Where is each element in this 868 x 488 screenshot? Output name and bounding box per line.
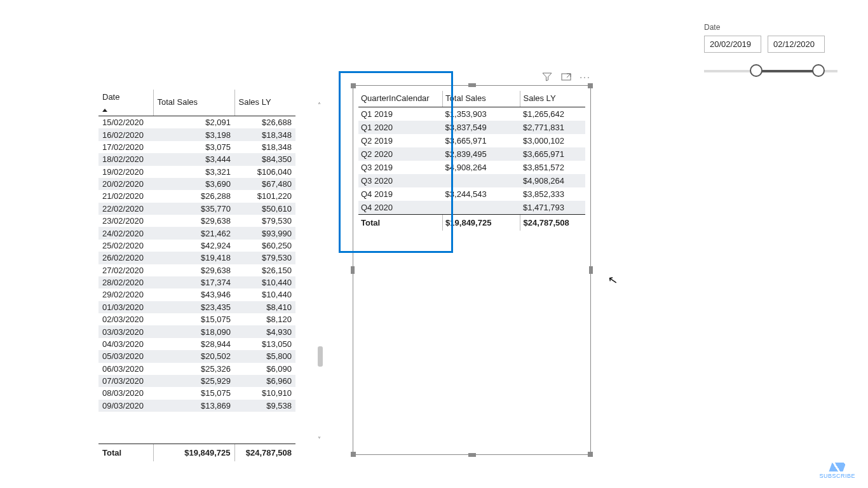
cell-date: 29/02/2020: [98, 288, 153, 301]
subscribe-badge[interactable]: SUBSCRIBE: [819, 463, 855, 479]
filter-icon[interactable]: [542, 72, 552, 82]
cell-sales-ly: $10,440: [234, 288, 295, 301]
resize-handle[interactable]: [588, 452, 593, 457]
table-row[interactable]: 29/02/2020$43,946$10,440: [98, 288, 295, 301]
table-row[interactable]: 01/03/2020$23,435$8,410: [98, 301, 295, 313]
table-row[interactable]: 18/02/2020$3,444$84,350: [98, 153, 295, 165]
cell-sales-ly: $10,440: [234, 276, 295, 288]
table-row[interactable]: Q2 2020$2,839,495$3,665,971: [358, 147, 585, 161]
slider-thumb-from[interactable]: [750, 64, 763, 77]
table-row[interactable]: 17/02/2020$3,075$18,348: [98, 141, 295, 153]
table-row[interactable]: 08/03/2020$15,075$10,910: [98, 387, 295, 399]
table-row[interactable]: 09/03/2020$13,869$9,538: [98, 400, 295, 412]
sort-ascending-icon: [102, 109, 107, 112]
table-row[interactable]: 04/03/2020$28,944$13,050: [98, 338, 295, 350]
cell-sales-ly: $60,250: [234, 240, 295, 252]
col-header-sales-ly[interactable]: Sales LY: [234, 90, 295, 116]
resize-handle[interactable]: [351, 452, 356, 457]
left-table-scrollbar[interactable]: [318, 108, 323, 438]
cell-total-sales: $3,244,543: [443, 187, 520, 201]
table-row[interactable]: 20/02/2020$3,690$67,480: [98, 178, 295, 190]
cell-date: 27/02/2020: [98, 264, 153, 276]
cell-total-sales: $1,353,903: [443, 107, 520, 121]
cell-total-sales: $20,502: [153, 350, 234, 362]
resize-handle[interactable]: [468, 83, 476, 87]
table-row[interactable]: 24/02/2020$21,462$93,990: [98, 227, 295, 239]
daily-sales-table-visual[interactable]: Date Total Sales Sales LY 15/02/2020$2,0…: [98, 89, 295, 461]
resize-handle[interactable]: [351, 266, 355, 274]
slider-thumb-to[interactable]: [812, 64, 825, 77]
cell-total-sales: $26,288: [153, 190, 234, 202]
table-row[interactable]: 22/02/2020$35,770$50,610: [98, 203, 295, 215]
scroll-down-icon[interactable]: ˅: [318, 436, 325, 443]
cell-total-sales: $3,665,971: [443, 134, 520, 147]
cell-sales-ly: $4,930: [234, 325, 295, 337]
focus-mode-icon[interactable]: [561, 72, 571, 82]
slicer-date-to[interactable]: 02/12/2020: [768, 36, 825, 53]
scrollbar-thumb[interactable]: [318, 346, 323, 367]
more-options-icon[interactable]: ···: [580, 72, 590, 82]
table-row[interactable]: 26/02/2020$19,418$79,530: [98, 252, 295, 264]
table-row[interactable]: 27/02/2020$29,638$26,150: [98, 264, 295, 276]
cell-date: 16/02/2020: [98, 128, 153, 140]
cell-total-sales: $18,090: [153, 325, 234, 337]
table-row[interactable]: Q1 2019$1,353,903$1,265,642: [358, 107, 585, 121]
cell-sales-ly: $8,410: [234, 301, 295, 313]
col-header-total-sales[interactable]: Total Sales: [443, 91, 520, 107]
table-row[interactable]: Q3 2019$4,908,264$3,851,572: [358, 161, 585, 174]
table-row[interactable]: Q1 2020$3,837,549$2,771,831: [358, 121, 585, 134]
table-row[interactable]: 06/03/2020$25,326$6,090: [98, 363, 295, 375]
cell-total-sales: $2,091: [153, 116, 234, 128]
right-total-label: Total: [358, 215, 443, 231]
cell-date: 08/03/2020: [98, 387, 153, 399]
slicer-range-slider[interactable]: [704, 64, 837, 79]
cell-date: 21/02/2020: [98, 190, 153, 202]
cell-date: 26/02/2020: [98, 252, 153, 264]
table-row[interactable]: 03/03/2020$18,090$4,930: [98, 325, 295, 337]
col-header-date[interactable]: Date: [98, 90, 153, 116]
slider-range: [756, 70, 818, 72]
slicer-date-from[interactable]: 20/02/2019: [704, 36, 761, 53]
resize-handle[interactable]: [589, 266, 593, 274]
cell-date: 05/03/2020: [98, 350, 153, 362]
right-total-ly: $24,787,508: [520, 215, 585, 231]
cell-sales-ly: $50,610: [234, 203, 295, 215]
cell-sales-ly: $3,665,971: [520, 147, 585, 161]
cell-date: 18/02/2020: [98, 153, 153, 165]
table-row[interactable]: Q4 2019$3,244,543$3,852,333: [358, 187, 585, 201]
table-row[interactable]: 25/02/2020$42,924$60,250: [98, 240, 295, 252]
cell-date: 23/02/2020: [98, 215, 153, 227]
table-row[interactable]: 19/02/2020$3,321$106,040: [98, 166, 295, 178]
cell-total-sales: [443, 201, 520, 215]
cell-sales-ly: $10,910: [234, 387, 295, 399]
col-header-quarter[interactable]: QuarterInCalendar: [358, 91, 443, 107]
table-row[interactable]: Q4 2020$1,471,793: [358, 201, 585, 215]
quarter-sales-table-visual[interactable]: ··· QuarterInCalendar Total Sales Sales …: [353, 85, 591, 455]
table-row[interactable]: 21/02/2020$26,288$101,220: [98, 190, 295, 202]
cell-total-sales: $21,462: [153, 227, 234, 239]
cell-total-sales: $3,837,549: [443, 121, 520, 134]
cell-sales-ly: $9,538: [234, 400, 295, 412]
table-row[interactable]: 15/02/2020$2,091$26,688: [98, 116, 295, 128]
table-row[interactable]: 28/02/2020$17,374$10,440: [98, 276, 295, 288]
col-header-total-sales[interactable]: Total Sales: [153, 90, 234, 116]
date-slicer[interactable]: Date 20/02/2019 02/12/2020: [704, 23, 837, 79]
cell-total-sales: $17,374: [153, 276, 234, 288]
cell-total-sales: $15,075: [153, 387, 234, 399]
table-row[interactable]: 07/03/2020$25,929$6,960: [98, 375, 295, 387]
scroll-up-icon[interactable]: ˄: [318, 102, 325, 109]
table-row[interactable]: 02/03/2020$15,075$8,120: [98, 313, 295, 325]
cell-sales-ly: $8,120: [234, 313, 295, 325]
resize-handle[interactable]: [588, 83, 593, 88]
table-row[interactable]: Q2 2019$3,665,971$3,000,102: [358, 134, 585, 147]
resize-handle[interactable]: [468, 453, 476, 457]
resize-handle[interactable]: [351, 83, 356, 88]
col-header-sales-ly[interactable]: Sales LY: [520, 91, 585, 107]
cell-date: 19/02/2020: [98, 166, 153, 178]
table-row[interactable]: 05/03/2020$20,502$5,800: [98, 350, 295, 362]
table-row[interactable]: 16/02/2020$3,198$18,348: [98, 128, 295, 140]
cell-total-sales: $3,198: [153, 128, 234, 140]
table-row[interactable]: Q3 2020$4,908,264: [358, 174, 585, 187]
cell-total-sales: $3,444: [153, 153, 234, 165]
table-row[interactable]: 23/02/2020$29,638$79,530: [98, 215, 295, 227]
